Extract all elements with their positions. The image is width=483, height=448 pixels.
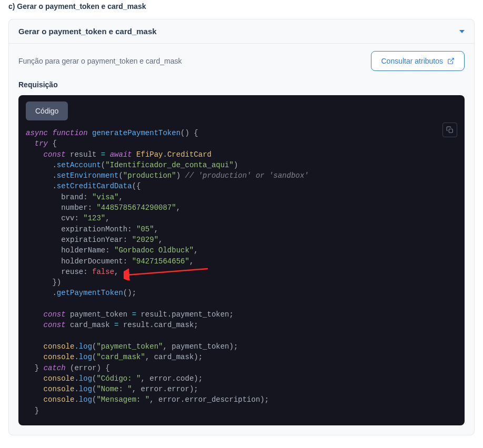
accordion-body: Função para gerar o payment_token e card… bbox=[9, 44, 474, 435]
annotation-arrow-icon bbox=[124, 267, 213, 280]
consult-attributes-button[interactable]: Consultar atributos bbox=[371, 51, 465, 71]
description-text: Função para gerar o payment_token e card… bbox=[18, 57, 182, 65]
accordion-header[interactable]: Gerar o payment_token e card_mask bbox=[9, 19, 474, 44]
section-heading: c) Gerar o payment_token e card_mask bbox=[8, 2, 475, 11]
external-link-icon bbox=[447, 57, 455, 65]
tab-codigo[interactable]: Código bbox=[26, 101, 68, 120]
accordion-title: Gerar o payment_token e card_mask bbox=[18, 27, 157, 36]
accordion-card: Gerar o payment_token e card_mask Função… bbox=[8, 19, 475, 435]
request-heading: Requisição bbox=[18, 80, 465, 89]
svg-line-2 bbox=[127, 269, 208, 275]
code-block: async function generatePaymentToken() { … bbox=[26, 128, 457, 416]
code-panel: Código async function generatePaymentTok… bbox=[18, 95, 465, 425]
svg-line-0 bbox=[450, 58, 454, 62]
consult-attributes-label: Consultar atributos bbox=[381, 57, 443, 65]
chevron-down-icon bbox=[459, 30, 465, 33]
